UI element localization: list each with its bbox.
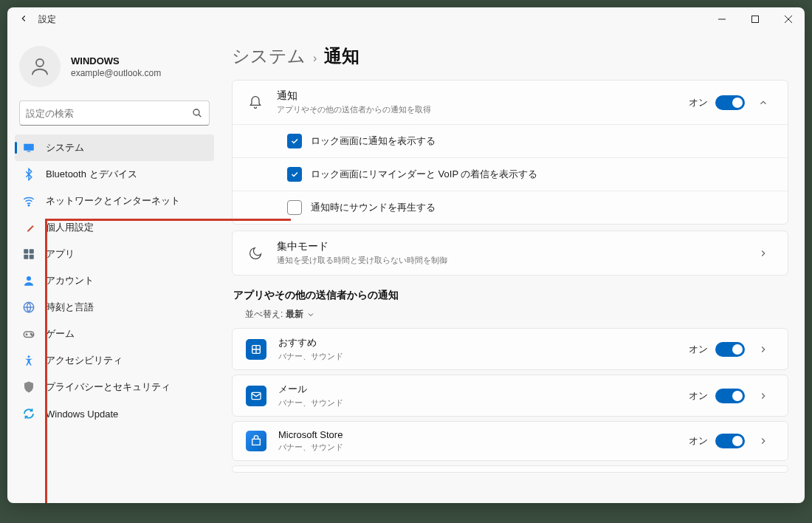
notifications-subtitle: アプリやその他の送信者からの通知を取得 xyxy=(277,104,689,115)
app-row-store[interactable]: Microsoft Store バナー、サウンド オン xyxy=(232,421,788,461)
app-sub: バナー、サウンド xyxy=(278,397,689,409)
search-box[interactable] xyxy=(19,100,210,126)
sidebar-item-network[interactable]: ネットワークとインターネット xyxy=(15,188,214,214)
sidebar-item-label: Bluetooth とデバイス xyxy=(46,168,137,181)
profile-name: WINDOWS xyxy=(71,55,161,66)
app-row-partial xyxy=(232,465,788,473)
apps-section-heading: アプリやその他の送信者からの通知 xyxy=(233,289,788,302)
sidebar-item-label: ネットワークとインターネット xyxy=(46,194,180,208)
update-icon xyxy=(22,407,35,420)
app-toggle[interactable] xyxy=(715,434,745,448)
expand-button[interactable] xyxy=(752,344,774,355)
sort-dropdown[interactable]: 並べ替え: 最新 xyxy=(245,308,788,321)
checkbox-row-lockscreen-notif[interactable]: ロック画面に通知を表示する xyxy=(233,124,788,157)
expand-button[interactable] xyxy=(752,391,774,401)
sidebar-item-time-language[interactable]: 時刻と言語 xyxy=(15,294,214,321)
checkbox-label: ロック画面にリマインダーと VoIP の着信を表示する xyxy=(311,168,537,181)
focus-mode-card[interactable]: 集中モード 通知を受け取る時間と受け取らない時間を制御 xyxy=(232,230,788,276)
person-icon xyxy=(22,274,35,287)
chevron-down-icon xyxy=(306,310,315,319)
close-button[interactable] xyxy=(771,7,805,31)
app-state-label: オン xyxy=(689,434,708,448)
sidebar-item-label: アプリ xyxy=(46,247,75,261)
avatar xyxy=(19,46,61,87)
expand-button[interactable] xyxy=(752,248,774,259)
app-toggle[interactable] xyxy=(715,342,745,357)
app-state-label: オン xyxy=(689,389,708,403)
checkbox[interactable] xyxy=(287,167,302,182)
sidebar-item-label: 時刻と言語 xyxy=(46,301,94,314)
svg-line-4 xyxy=(199,114,201,117)
app-state-label: オン xyxy=(689,343,708,356)
svg-point-17 xyxy=(28,355,30,358)
minimize-button[interactable] xyxy=(705,7,738,31)
sidebar-item-apps[interactable]: アプリ xyxy=(15,241,214,267)
svg-rect-6 xyxy=(27,151,31,152)
store-app-icon xyxy=(246,431,266,451)
search-input[interactable] xyxy=(26,108,191,119)
sidebar: WINDOWS example@outlook.com システム xyxy=(7,31,221,503)
svg-point-16 xyxy=(32,335,33,336)
svg-rect-1 xyxy=(751,16,758,23)
profile-email: example@outlook.com xyxy=(71,68,161,78)
notifications-toggle[interactable] xyxy=(715,95,745,110)
bluetooth-icon xyxy=(22,168,35,181)
svg-point-2 xyxy=(36,59,44,66)
sidebar-item-system[interactable]: システム xyxy=(15,134,214,161)
svg-point-7 xyxy=(28,205,30,206)
notifications-header-row[interactable]: 通知 アプリやその他の送信者からの通知を取得 オン xyxy=(233,81,788,124)
sort-value: 最新 xyxy=(286,308,303,321)
svg-point-12 xyxy=(27,276,31,281)
sort-label: 並べ替え: xyxy=(245,308,283,321)
svg-rect-10 xyxy=(24,255,28,259)
shield-icon xyxy=(22,380,35,394)
sidebar-item-privacy[interactable]: プライバシーとセキュリティ xyxy=(15,374,214,400)
checkbox[interactable] xyxy=(287,200,302,215)
focus-title: 集中モード xyxy=(277,240,752,253)
sidebar-item-accessibility[interactable]: アクセシビリティ xyxy=(15,347,214,374)
moon-icon xyxy=(246,246,265,261)
sidebar-item-accounts[interactable]: アカウント xyxy=(15,267,214,294)
maximize-button[interactable] xyxy=(738,7,771,31)
expand-button[interactable] xyxy=(752,436,774,446)
collapse-button[interactable] xyxy=(752,98,774,108)
svg-rect-5 xyxy=(24,144,34,151)
tips-app-icon xyxy=(246,339,266,360)
sidebar-item-label: プライバシーとセキュリティ xyxy=(46,380,171,394)
settings-window: 設定 WINDOWS example@outlook.com xyxy=(7,7,805,503)
svg-rect-11 xyxy=(30,255,34,259)
checkbox[interactable] xyxy=(287,134,302,148)
app-toggle[interactable] xyxy=(715,389,745,403)
sidebar-item-label: ゲーム xyxy=(46,327,75,341)
nav-list: システム Bluetooth とデバイス ネットワークとインターネット xyxy=(12,134,217,427)
back-button[interactable] xyxy=(13,13,34,26)
sidebar-item-personalization[interactable]: 個人用設定 xyxy=(15,214,214,241)
accessibility-icon xyxy=(22,354,35,367)
sidebar-item-label: アカウント xyxy=(46,274,94,287)
app-row-mail[interactable]: メール バナー、サウンド オン xyxy=(232,375,788,417)
notifications-title: 通知 xyxy=(277,89,689,103)
sidebar-item-label: 個人用設定 xyxy=(46,221,94,234)
app-row-tips[interactable]: おすすめ バナー、サウンド オン xyxy=(232,328,788,370)
app-sub: バナー、サウンド xyxy=(278,351,689,362)
profile-block[interactable]: WINDOWS example@outlook.com xyxy=(12,37,217,98)
sidebar-item-label: アクセシビリティ xyxy=(46,354,123,367)
bell-icon xyxy=(246,95,265,110)
app-name: メール xyxy=(278,383,689,396)
checkbox-row-sound[interactable]: 通知時にサウンドを再生する xyxy=(233,191,788,224)
checkbox-label: ロック画面に通知を表示する xyxy=(311,134,436,148)
main-content: システム › 通知 通知 アプリやその他の送信者からの通知を取得 オン xyxy=(221,31,805,503)
notifications-state-label: オン xyxy=(689,96,708,109)
checkbox-row-lockscreen-voip[interactable]: ロック画面にリマインダーと VoIP の着信を表示する xyxy=(233,157,788,191)
sidebar-item-windows-update[interactable]: Windows Update xyxy=(15,400,214,427)
display-icon xyxy=(22,141,35,154)
svg-rect-8 xyxy=(24,249,28,253)
sidebar-item-label: システム xyxy=(46,141,84,154)
app-sub: バナー、サウンド xyxy=(278,442,689,453)
app-name: Microsoft Store xyxy=(278,429,689,440)
sidebar-item-gaming[interactable]: ゲーム xyxy=(15,321,214,347)
breadcrumb-parent[interactable]: システム xyxy=(232,44,306,68)
focus-subtitle: 通知を受け取る時間と受け取らない時間を制御 xyxy=(277,255,752,266)
sidebar-item-bluetooth[interactable]: Bluetooth とデバイス xyxy=(15,161,214,188)
sidebar-item-label: Windows Update xyxy=(46,409,118,420)
